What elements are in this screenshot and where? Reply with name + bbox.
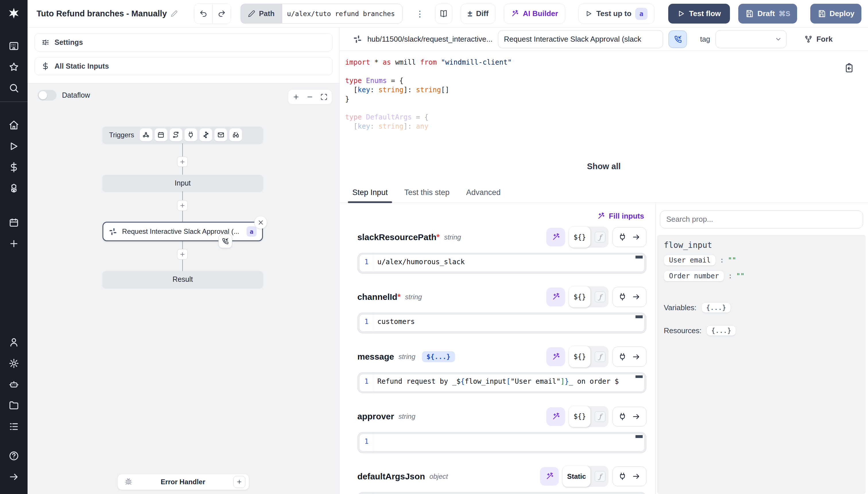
arrow-right-icon[interactable] bbox=[632, 353, 640, 361]
diff-button[interactable]: ±Diff bbox=[461, 4, 495, 23]
plug-icon[interactable] bbox=[618, 413, 627, 421]
insert-step-button[interactable] bbox=[177, 200, 188, 211]
workspace-icon[interactable] bbox=[0, 35, 27, 56]
more-options-button[interactable]: ⋮ bbox=[416, 9, 424, 19]
arrow-right-icon[interactable] bbox=[632, 233, 640, 241]
plug-icon[interactable] bbox=[618, 293, 627, 301]
fork-button[interactable]: Fork bbox=[804, 35, 833, 44]
error-handler-node[interactable]: Error Handler bbox=[117, 474, 249, 490]
insert-step-button[interactable] bbox=[177, 156, 188, 167]
input-node[interactable]: Input bbox=[102, 175, 263, 192]
tab-step-input[interactable]: Step Input bbox=[348, 183, 392, 202]
prop-order-number[interactable]: Order number bbox=[664, 270, 724, 282]
test-flow-button[interactable]: Test flow bbox=[668, 4, 730, 23]
runs-icon[interactable] bbox=[0, 136, 27, 156]
favorites-icon[interactable] bbox=[0, 57, 27, 78]
test-up-to-button[interactable]: Test up toa bbox=[578, 4, 654, 23]
dataflow-toggle[interactable] bbox=[38, 90, 57, 100]
schedule-icon[interactable] bbox=[155, 128, 167, 141]
result-node[interactable]: Result bbox=[102, 271, 263, 288]
email-icon[interactable] bbox=[214, 128, 227, 141]
path-button[interactable]: Path bbox=[240, 4, 282, 23]
add-error-handler-button[interactable] bbox=[233, 476, 245, 488]
arrow-right-icon[interactable] bbox=[632, 413, 640, 421]
resources-icon[interactable] bbox=[0, 178, 27, 199]
ai-builder-button[interactable]: AI Builder bbox=[504, 4, 565, 23]
ai-fill-button[interactable] bbox=[546, 287, 565, 306]
plug-icon[interactable] bbox=[618, 353, 627, 361]
template-mode-button[interactable]: ${} bbox=[569, 346, 590, 367]
edit-title-icon[interactable] bbox=[171, 10, 178, 18]
route-icon[interactable] bbox=[170, 128, 182, 141]
ai-fill-button[interactable] bbox=[546, 407, 565, 426]
deploy-button[interactable]: Deploy bbox=[810, 4, 861, 23]
tag-select[interactable] bbox=[715, 30, 787, 49]
folders-icon[interactable] bbox=[0, 395, 27, 416]
field-editor[interactable]: 1 Refund request by _${flow_input["User … bbox=[359, 374, 645, 392]
show-all-button[interactable]: Show all bbox=[339, 162, 868, 171]
path-input[interactable] bbox=[282, 4, 402, 23]
workers-icon[interactable] bbox=[0, 374, 27, 395]
suspend-settings-button[interactable] bbox=[669, 31, 687, 48]
variables-icon[interactable] bbox=[0, 157, 27, 178]
field-editor[interactable]: 1 bbox=[359, 434, 645, 452]
ai-fill-button[interactable] bbox=[546, 347, 565, 366]
scrape-icon[interactable] bbox=[229, 128, 242, 141]
kafka-icon[interactable] bbox=[199, 128, 212, 141]
help-icon[interactable] bbox=[0, 445, 27, 467]
template-mode-button[interactable]: ${} bbox=[569, 227, 590, 248]
prop-user-email[interactable]: User email bbox=[664, 255, 716, 266]
tab-test-this-step[interactable]: Test this step bbox=[400, 183, 454, 202]
step-summary-input[interactable] bbox=[498, 30, 663, 49]
add-icon[interactable] bbox=[0, 233, 27, 254]
zoom-in-button[interactable] bbox=[289, 91, 303, 103]
flow-graph-canvas[interactable]: Dataflow Triggers Input Request Interact… bbox=[27, 83, 339, 494]
search-prop-input[interactable] bbox=[660, 210, 863, 228]
redo-button[interactable] bbox=[212, 4, 231, 23]
zoom-out-button[interactable] bbox=[303, 91, 317, 103]
all-static-inputs-button[interactable]: All Static Inputs bbox=[35, 57, 333, 76]
javascript-mode-button[interactable]: ƒ bbox=[595, 471, 605, 482]
draft-button[interactable]: Draft⌘S bbox=[738, 4, 797, 23]
suspend-approval-badge[interactable] bbox=[218, 234, 232, 248]
javascript-mode-button[interactable]: ƒ bbox=[595, 232, 605, 242]
plug-icon[interactable] bbox=[618, 472, 627, 480]
resources-expand-chip[interactable]: {...} bbox=[706, 325, 736, 336]
websocket-icon[interactable] bbox=[184, 128, 197, 141]
javascript-mode-button[interactable]: ƒ bbox=[595, 291, 605, 302]
plug-icon[interactable] bbox=[618, 233, 627, 241]
variables-expand-chip[interactable]: {...} bbox=[702, 302, 731, 313]
slack-approval-step-node[interactable]: Request Interactive Slack Approval (... … bbox=[102, 222, 263, 241]
logs-icon[interactable] bbox=[0, 416, 27, 437]
static-mode-button[interactable]: Static bbox=[563, 466, 590, 487]
webhook-icon[interactable] bbox=[140, 128, 153, 141]
home-icon[interactable] bbox=[0, 115, 27, 136]
docs-button[interactable] bbox=[435, 4, 452, 23]
insert-step-button[interactable] bbox=[177, 249, 188, 260]
windmill-logo[interactable] bbox=[0, 0, 27, 27]
field-editor[interactable]: 1 u/alex/humorous_slack bbox=[359, 254, 645, 272]
tab-advanced[interactable]: Advanced bbox=[462, 183, 505, 202]
hub-script-path[interactable]: hub/11500/slack/request_interactive... bbox=[368, 35, 493, 44]
arrow-right-icon[interactable] bbox=[632, 472, 640, 480]
fill-inputs-button[interactable]: Fill inputs bbox=[597, 212, 644, 221]
code-viewer[interactable]: import * as wmill from "windmill-client"… bbox=[339, 51, 868, 183]
copy-code-button[interactable] bbox=[844, 63, 854, 73]
flow-input-header[interactable]: flow_input bbox=[664, 241, 859, 250]
delete-step-button[interactable] bbox=[254, 216, 267, 229]
ai-fill-button[interactable] bbox=[540, 467, 559, 486]
search-icon[interactable] bbox=[0, 78, 27, 98]
field-editor[interactable]: 1 customers bbox=[359, 314, 645, 332]
arrow-right-icon[interactable] bbox=[632, 293, 640, 301]
template-mode-button[interactable]: ${} bbox=[569, 406, 590, 427]
javascript-mode-button[interactable]: ƒ bbox=[595, 352, 605, 362]
javascript-mode-button[interactable]: ƒ bbox=[595, 411, 605, 422]
schedules-icon[interactable] bbox=[0, 212, 27, 233]
template-mode-button[interactable]: ${} bbox=[569, 286, 590, 307]
settings-icon[interactable] bbox=[0, 353, 27, 374]
ai-fill-button[interactable] bbox=[546, 228, 565, 247]
collapse-icon[interactable] bbox=[0, 467, 27, 488]
settings-button[interactable]: Settings bbox=[35, 33, 333, 52]
undo-button[interactable] bbox=[194, 4, 212, 23]
user-icon[interactable] bbox=[0, 332, 27, 353]
